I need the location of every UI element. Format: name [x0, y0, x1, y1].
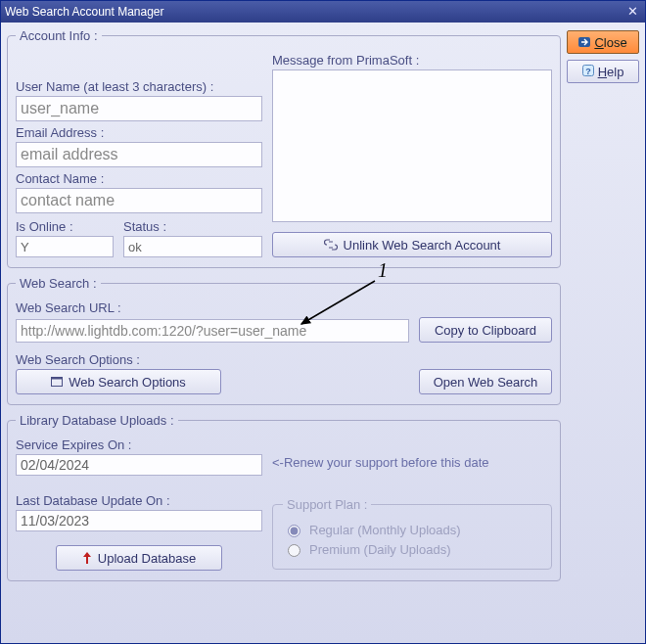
message-textarea[interactable]	[272, 69, 552, 222]
help-button-label: Help	[598, 65, 624, 79]
username-input[interactable]	[16, 96, 262, 121]
window: Web Search Account Manager ✕ Account Inf…	[0, 0, 646, 644]
upload-database-button[interactable]: Upload Database	[56, 545, 222, 571]
username-label: User Name (at least 3 characters) :	[16, 79, 262, 94]
unlink-label: Unlink Web Search Account	[344, 238, 501, 253]
copy-clipboard-label: Copy to Clipboard	[435, 323, 536, 338]
options-icon	[51, 376, 63, 388]
renew-hint: <-Renew your support before this date	[272, 455, 552, 470]
upload-icon	[82, 552, 92, 564]
web-search-options-label: Web Search Options	[69, 375, 186, 390]
isonline-input[interactable]	[16, 236, 114, 257]
close-button-label: Close	[594, 35, 626, 50]
close-button[interactable]: Close	[567, 30, 639, 54]
open-web-search-button[interactable]: Open Web Search	[419, 369, 552, 394]
message-label: Message from PrimaSoft :	[272, 53, 552, 68]
plan-premium-row[interactable]: Premium (Daily Uploads)	[283, 541, 541, 557]
copy-clipboard-button[interactable]: Copy to Clipboard	[419, 317, 552, 343]
status-input[interactable]	[123, 236, 262, 257]
library-uploads-group: Library Database Uploads : Service Expir…	[7, 413, 561, 581]
expires-input[interactable]	[16, 454, 262, 476]
svg-text:?: ?	[585, 66, 591, 75]
lastupdate-input[interactable]	[16, 510, 262, 531]
plan-premium-label: Premium (Daily Uploads)	[309, 542, 450, 557]
lastupdate-label: Last Database Update On :	[16, 493, 262, 508]
support-plan-group: Support Plan : Regular (Monthly Uploads)…	[272, 497, 552, 570]
websearch-url-label: Web Search URL :	[16, 300, 552, 315]
help-button[interactable]: ? Help	[567, 60, 639, 83]
titlebar: Web Search Account Manager ✕	[1, 1, 645, 23]
email-input[interactable]	[16, 142, 262, 167]
web-search-group: Web Search : Web Search URL : Copy to Cl…	[7, 276, 561, 405]
plan-regular-radio[interactable]	[288, 525, 300, 537]
unlink-account-button[interactable]: Unlink Web Search Account	[272, 232, 552, 257]
support-plan-legend: Support Plan :	[283, 497, 371, 512]
account-info-group: Account Info : User Name (at least 3 cha…	[7, 28, 561, 268]
contact-label: Contact Name :	[16, 171, 262, 186]
websearch-options-label: Web Search Options :	[16, 352, 552, 367]
client-area: Account Info : User Name (at least 3 cha…	[1, 23, 645, 643]
websearch-url-input[interactable]	[16, 319, 409, 343]
window-title: Web Search Account Manager	[5, 5, 623, 19]
window-close-button[interactable]: ✕	[623, 4, 641, 20]
contact-input[interactable]	[16, 188, 262, 213]
close-arrow-icon	[578, 35, 590, 50]
expires-label: Service Expires On :	[16, 437, 262, 452]
side-column: Close ? Help	[567, 28, 639, 637]
account-info-legend: Account Info :	[16, 28, 102, 43]
plan-regular-row[interactable]: Regular (Monthly Uploads)	[283, 522, 541, 537]
main-column: Account Info : User Name (at least 3 cha…	[7, 28, 561, 637]
library-uploads-legend: Library Database Uploads :	[16, 413, 178, 428]
isonline-label: Is Online :	[16, 219, 114, 234]
unlink-icon	[324, 238, 338, 252]
help-icon: ?	[582, 65, 594, 79]
web-search-options-button[interactable]: Web Search Options	[16, 369, 221, 394]
upload-database-label: Upload Database	[98, 551, 196, 566]
plan-regular-label: Regular (Monthly Uploads)	[309, 523, 461, 537]
plan-premium-radio[interactable]	[288, 544, 300, 557]
status-label: Status :	[123, 219, 262, 234]
web-search-legend: Web Search :	[16, 276, 101, 291]
svg-rect-1	[52, 378, 63, 380]
open-web-search-label: Open Web Search	[434, 375, 538, 390]
email-label: Email Address :	[16, 125, 262, 140]
